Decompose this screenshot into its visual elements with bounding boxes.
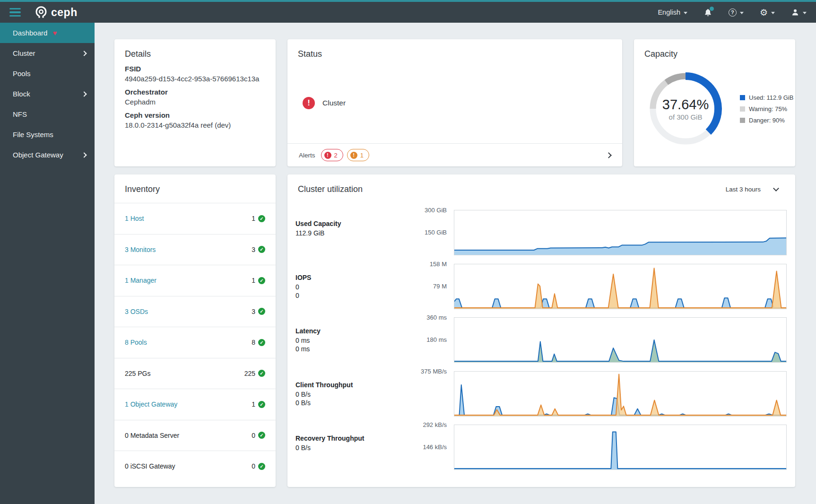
inventory-item-status: 8✓ xyxy=(252,339,265,346)
time-range-dropdown[interactable]: Last 3 hours xyxy=(726,186,778,193)
caret-down-icon xyxy=(684,12,687,14)
inventory-item-label: 225 PGs xyxy=(125,370,150,377)
alerts-label: Alerts xyxy=(299,152,315,159)
sparkline-chart xyxy=(454,317,787,363)
details-title: Details xyxy=(114,39,276,63)
menu-toggle-icon[interactable] xyxy=(9,6,22,19)
alert-exclamation-icon: ! xyxy=(324,152,331,159)
legend-item: Warning: 75% xyxy=(740,105,793,113)
inventory-row: 3 Monitors3✓ xyxy=(114,234,276,265)
brand-name: ceph xyxy=(51,6,78,19)
check-circle-icon: ✓ xyxy=(258,401,265,408)
caret-down-icon xyxy=(740,12,744,14)
user-icon xyxy=(791,8,799,17)
sidebar-item-cluster[interactable]: Cluster xyxy=(0,43,95,63)
check-circle-icon: ✓ xyxy=(258,463,265,470)
status-card: Status ! Cluster Alerts !2!1 xyxy=(287,39,622,166)
alert-badge-warning[interactable]: !1 xyxy=(347,149,369,161)
help-icon: ? xyxy=(729,9,737,17)
status-title: Status xyxy=(287,39,622,63)
detail-field-value: 18.0.0-2314-g50a32f4a reef (dev) xyxy=(125,121,265,129)
chart-labels: Recovery Throughput0 B/s xyxy=(295,425,409,470)
inventory-item-label[interactable]: 1 Host xyxy=(125,215,144,222)
axis-label-mid: 180 ms xyxy=(426,336,447,343)
inventory-item-status: 1✓ xyxy=(252,215,265,222)
inventory-row: 0 Metadata Server0✓ xyxy=(114,420,276,451)
chevron-right-icon[interactable] xyxy=(606,152,612,158)
alerts-footer: Alerts !2!1 xyxy=(287,143,622,166)
sidebar-item-dashboard[interactable]: Dashboard♥ xyxy=(0,23,95,43)
inventory-item-label[interactable]: 1 Object Gateway xyxy=(125,400,177,408)
sidebar-item-block[interactable]: Block xyxy=(0,84,95,104)
utilization-chart-row: Recovery Throughput0 B/s292 kB/s146 kB/s xyxy=(295,425,787,470)
check-circle-icon: ✓ xyxy=(258,277,265,284)
inventory-card: Inventory 1 Host1✓3 Monitors3✓1 Manager1… xyxy=(114,174,276,487)
axis-label-top: 375 MB/s xyxy=(421,368,447,375)
axis-label-top: 292 kB/s xyxy=(423,421,447,428)
sidebar-item-label: File Systems xyxy=(13,130,53,139)
error-icon: ! xyxy=(303,97,315,109)
cluster-utilization-card: Cluster utilization Last 3 hours Used Ca… xyxy=(287,174,795,487)
inventory-item-label[interactable]: 1 Manager xyxy=(125,277,156,284)
chart-metric-title: Recovery Throughput xyxy=(295,434,409,442)
ceph-logo[interactable]: ceph xyxy=(34,5,78,19)
check-circle-icon: ✓ xyxy=(258,215,265,222)
inventory-item-count: 1 xyxy=(252,215,255,222)
sidebar-item-pools[interactable]: Pools xyxy=(0,63,95,84)
inventory-item-count: 0 xyxy=(252,462,255,470)
help-dropdown[interactable]: ? xyxy=(729,9,744,17)
inventory-row: 3 OSDs3✓ xyxy=(114,296,276,327)
legend-item: Danger: 90% xyxy=(740,117,793,124)
chart-metric-value: 0 ms xyxy=(295,336,409,345)
chart-metric-value: 0 B/s xyxy=(295,399,409,407)
sidebar: Dashboard♥ClusterPoolsBlockNFSFile Syste… xyxy=(0,23,95,504)
settings-dropdown[interactable]: ⚙ xyxy=(760,8,775,17)
inventory-item-label[interactable]: 3 Monitors xyxy=(125,246,156,253)
inventory-row: 1 Manager1✓ xyxy=(114,265,276,296)
gear-icon: ⚙ xyxy=(760,8,768,17)
sparkline-chart xyxy=(454,210,787,255)
check-circle-icon: ✓ xyxy=(258,308,265,315)
inventory-item-count: 1 xyxy=(252,277,255,284)
sidebar-item-nfs[interactable]: NFS xyxy=(0,104,95,124)
sidebar-item-file-systems[interactable]: File Systems xyxy=(0,124,95,145)
inventory-title: Inventory xyxy=(114,174,276,203)
detail-field-value: 4940a259-d153-4cc2-953a-57669613c13a xyxy=(125,75,265,83)
alert-count: 1 xyxy=(360,152,364,159)
language-dropdown[interactable]: English xyxy=(658,9,687,16)
detail-field-value: Cephadm xyxy=(125,98,265,106)
inventory-item-count: 0 xyxy=(252,432,255,439)
chart-metric-value: 0 xyxy=(295,291,409,300)
chart-metric-title: Used Capacity xyxy=(295,220,409,227)
legend-label: Warning: 75% xyxy=(749,105,787,113)
chart-metric-value: 112.9 GiB xyxy=(295,229,409,237)
sparkline-chart xyxy=(454,264,787,309)
capacity-donut-chart: 37.64% of 300 GiB xyxy=(645,69,726,149)
check-circle-icon: ✓ xyxy=(258,432,265,439)
sidebar-item-label: Object Gateway xyxy=(13,151,63,159)
legend-swatch xyxy=(740,106,745,112)
alert-exclamation-icon: ! xyxy=(350,152,357,159)
inventory-item-label[interactable]: 3 OSDs xyxy=(125,308,148,315)
main-content: Details FSID4940a259-d153-4cc2-953a-5766… xyxy=(95,23,816,504)
notifications-button[interactable] xyxy=(703,8,712,17)
inventory-item-label: 0 Metadata Server xyxy=(125,432,179,439)
alert-badge-danger[interactable]: !2 xyxy=(321,149,343,161)
axis-label-top: 360 ms xyxy=(426,314,447,321)
legend-swatch xyxy=(740,95,745,100)
axis-label-mid: 146 kB/s xyxy=(423,443,447,451)
inventory-item-label: 0 iSCSI Gateway xyxy=(125,462,175,470)
chevron-right-icon xyxy=(81,51,87,56)
sparkline-chart xyxy=(454,371,787,417)
utilization-chart-row: IOPS00158 M79 M xyxy=(295,264,787,309)
legend-item: Used: 112.9 GiB xyxy=(740,94,793,101)
sidebar-item-object-gateway[interactable]: Object Gateway xyxy=(0,145,95,165)
inventory-item-count: 3 xyxy=(252,308,255,315)
inventory-item-label[interactable]: 8 Pools xyxy=(125,339,147,346)
sidebar-item-label: Pools xyxy=(13,70,31,78)
cluster-status-label[interactable]: Cluster xyxy=(322,99,346,107)
user-dropdown[interactable] xyxy=(791,8,807,17)
chart-axis-labels: 360 ms180 ms xyxy=(409,317,454,363)
legend-label: Used: 112.9 GiB xyxy=(749,94,793,101)
sidebar-item-label: Cluster xyxy=(13,49,35,57)
